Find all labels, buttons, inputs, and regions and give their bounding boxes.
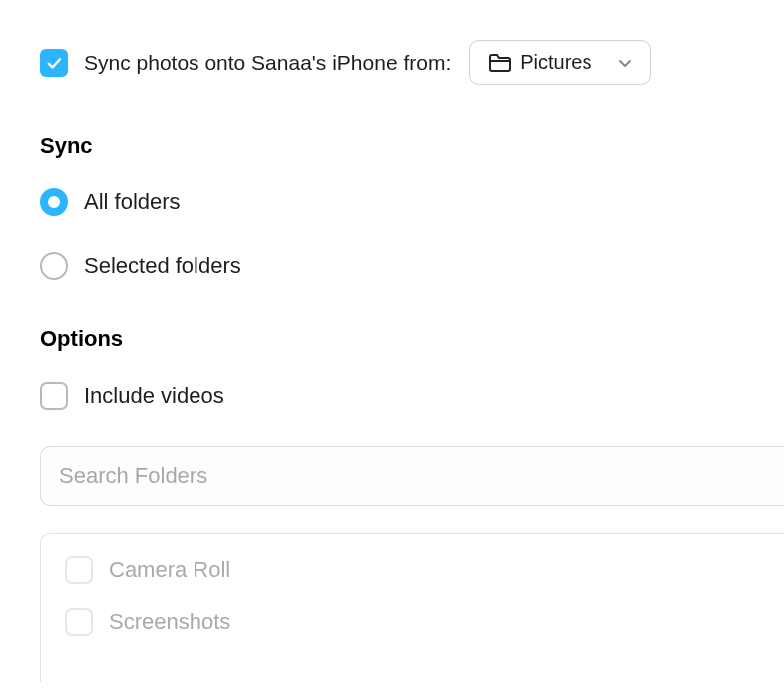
- sync-heading: Sync: [40, 133, 744, 159]
- folder-item-camera-roll[interactable]: Camera Roll: [65, 556, 760, 584]
- folder-item-checkbox[interactable]: [65, 556, 93, 584]
- radio-all-folders-label: All folders: [84, 189, 181, 215]
- radio-selected-folders-control[interactable]: [40, 252, 68, 280]
- radio-selected-folders[interactable]: Selected folders: [40, 252, 744, 280]
- folder-item-label: Screenshots: [109, 609, 230, 635]
- source-folder-dropdown[interactable]: Pictures: [469, 40, 650, 85]
- dropdown-value: Pictures: [520, 51, 591, 74]
- radio-all-folders[interactable]: All folders: [40, 188, 744, 216]
- search-folders-box[interactable]: [40, 446, 784, 506]
- search-folders-input[interactable]: [59, 463, 766, 489]
- sync-photos-label: Sync photos onto Sanaa's iPhone from:: [84, 51, 451, 75]
- include-videos-checkbox[interactable]: [40, 382, 68, 410]
- folder-item-label: Camera Roll: [109, 557, 230, 583]
- folder-list: Camera Roll Screenshots: [40, 533, 784, 682]
- check-icon: [45, 54, 63, 72]
- include-videos-row[interactable]: Include videos: [40, 382, 744, 410]
- folder-item-screenshots[interactable]: Screenshots: [65, 608, 760, 636]
- radio-selected-folders-label: Selected folders: [84, 253, 241, 279]
- sync-photos-row: Sync photos onto Sanaa's iPhone from: Pi…: [40, 40, 744, 85]
- options-heading: Options: [40, 326, 744, 352]
- folder-item-checkbox[interactable]: [65, 608, 93, 636]
- chevron-down-icon: [618, 58, 632, 68]
- radio-all-folders-control[interactable]: [40, 188, 68, 216]
- sync-photos-checkbox[interactable]: [40, 49, 68, 77]
- folder-icon: [488, 53, 512, 73]
- include-videos-label: Include videos: [84, 383, 224, 409]
